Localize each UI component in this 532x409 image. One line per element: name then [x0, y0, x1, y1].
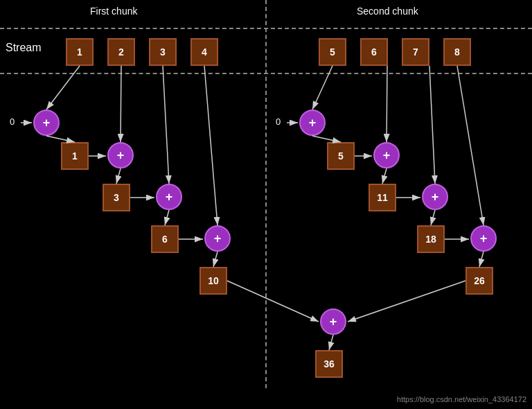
first-zero-label: 0: [10, 116, 15, 127]
watermark: https://blog.csdn.net/weixin_43364172: [397, 395, 526, 403]
svg-line-16: [387, 66, 387, 142]
svg-line-6: [116, 168, 121, 184]
second-box-26: 26: [466, 267, 493, 295]
stream-box-1: 1: [66, 38, 94, 66]
second-plus-3: +: [422, 184, 448, 210]
second-box-5: 5: [327, 142, 355, 170]
stream-box-8: 8: [443, 38, 471, 66]
svg-line-7: [163, 66, 169, 184]
first-plus-2: +: [107, 142, 134, 168]
stream-label: Stream: [6, 42, 42, 54]
second-box-18: 18: [417, 225, 445, 253]
first-plus-3: +: [156, 184, 182, 210]
vertical-divider: [265, 0, 267, 388]
merge-plus: +: [320, 308, 346, 335]
svg-line-18: [382, 168, 387, 184]
second-plus-4: +: [470, 225, 497, 252]
first-plus-4: +: [204, 225, 231, 252]
svg-line-19: [429, 66, 435, 184]
second-plus-1: +: [299, 110, 326, 136]
svg-line-24: [479, 252, 484, 267]
stream-box-3: 3: [149, 38, 177, 66]
second-zero-label: 0: [276, 116, 281, 127]
first-box-1: 1: [61, 142, 89, 170]
svg-line-10: [204, 66, 218, 225]
stream-box-2: 2: [107, 38, 135, 66]
svg-line-27: [329, 335, 333, 350]
svg-line-12: [213, 252, 218, 267]
second-plus-2: +: [373, 142, 400, 168]
first-box-3: 3: [103, 184, 130, 211]
first-chunk-label: First chunk: [90, 6, 137, 17]
first-plus-1: +: [33, 110, 60, 136]
stream-box-5: 5: [319, 38, 346, 66]
svg-line-3: [46, 136, 75, 142]
first-box-6: 6: [151, 225, 179, 253]
svg-line-4: [121, 66, 121, 142]
svg-line-26: [348, 281, 466, 322]
svg-line-15: [312, 136, 341, 142]
second-box-11: 11: [369, 184, 396, 211]
stream-box-4: 4: [190, 38, 218, 66]
stream-box-7: 7: [402, 38, 429, 66]
first-box-10: 10: [200, 267, 227, 295]
svg-line-22: [457, 66, 484, 225]
svg-line-25: [227, 281, 319, 322]
second-chunk-label: Second chunk: [357, 6, 418, 17]
svg-line-21: [431, 210, 435, 225]
stream-box-6: 6: [360, 38, 388, 66]
svg-line-9: [165, 210, 169, 225]
merge-box-36: 36: [315, 350, 343, 378]
